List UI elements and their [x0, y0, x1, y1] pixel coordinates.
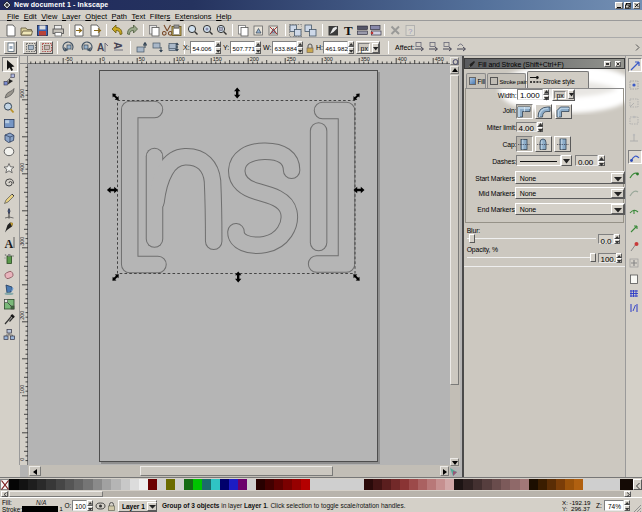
svg-text:250: 250 — [287, 56, 296, 62]
svg-text:450: 450 — [435, 56, 444, 62]
svg-text:200: 200 — [20, 311, 25, 320]
svg-text:400: 400 — [398, 56, 407, 62]
svg-text:?: ? — [408, 26, 413, 35]
svg-text:A: A — [97, 42, 104, 53]
svg-text:T: T — [344, 24, 353, 37]
svg-text:0: 0 — [102, 56, 105, 62]
svg-text:300: 300 — [324, 56, 333, 62]
svg-text:A: A — [5, 237, 14, 250]
svg-text:300: 300 — [20, 237, 26, 246]
svg-text:150: 150 — [213, 56, 222, 62]
svg-text:200: 200 — [250, 56, 259, 62]
svg-text:-50: -50 — [65, 56, 73, 62]
svg-text:0: 0 — [20, 458, 26, 461]
svg-text:50: 50 — [139, 56, 145, 62]
svg-text:100: 100 — [176, 56, 185, 62]
svg-text:350: 350 — [361, 56, 370, 62]
svg-text:400: 400 — [20, 163, 26, 172]
svg-text:A: A — [112, 42, 123, 49]
svg-text:500: 500 — [20, 89, 26, 98]
svg-text:100: 100 — [20, 385, 26, 394]
